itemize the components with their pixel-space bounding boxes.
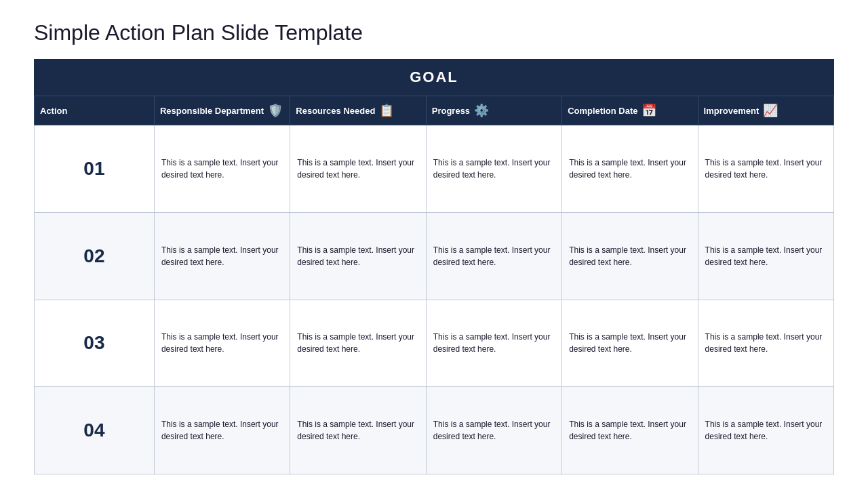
row-1-resources: This is a sample text. Insert your desir…	[290, 125, 426, 213]
row-2-date: This is a sample text. Insert your desir…	[562, 212, 698, 300]
dept-icon: 🛡️	[268, 103, 283, 118]
row-3-resources: This is a sample text. Insert your desir…	[290, 300, 426, 387]
progress-icon: ⚙️	[474, 103, 489, 118]
table-row: 03This is a sample text. Insert your des…	[35, 300, 834, 387]
row-3-improvement: This is a sample text. Insert your desir…	[698, 300, 833, 387]
table-row: 01This is a sample text. Insert your des…	[35, 125, 834, 213]
row-3-date: This is a sample text. Insert your desir…	[562, 300, 698, 387]
col-header-resources: Resources Needed 📋	[290, 96, 426, 125]
date-icon: 📅	[642, 103, 656, 118]
improvement-icon: 📈	[763, 103, 778, 118]
row-2-progress: This is a sample text. Insert your desir…	[426, 212, 561, 300]
slide: Simple Action Plan Slide Template GOAL A…	[0, 0, 868, 488]
action-label: Action	[40, 106, 67, 116]
row-1-progress: This is a sample text. Insert your desir…	[426, 125, 561, 213]
row-1-dept: This is a sample text. Insert your desir…	[154, 125, 290, 213]
row-4-date: This is a sample text. Insert your desir…	[562, 387, 698, 474]
table-row: 04This is a sample text. Insert your des…	[35, 387, 834, 474]
row-4-improvement: This is a sample text. Insert your desir…	[698, 387, 833, 474]
table-wrapper: GOAL Action Responsible Department 🛡️	[34, 59, 834, 474]
action-plan-table: Action Responsible Department 🛡️ Resourc…	[34, 96, 834, 474]
table-header-row: Action Responsible Department 🛡️ Resourc…	[35, 96, 834, 125]
resources-icon: 📋	[379, 103, 394, 118]
resources-label: Resources Needed	[296, 106, 375, 116]
goal-header: GOAL	[34, 59, 834, 96]
row-1-improvement: This is a sample text. Insert your desir…	[698, 125, 833, 213]
improvement-label: Improvement	[704, 106, 760, 116]
row-number-2: 02	[35, 212, 155, 300]
row-4-progress: This is a sample text. Insert your desir…	[426, 387, 561, 474]
col-header-progress: Progress ⚙️	[426, 96, 561, 125]
row-4-resources: This is a sample text. Insert your desir…	[290, 387, 426, 474]
table-body: 01This is a sample text. Insert your des…	[35, 125, 834, 474]
slide-title: Simple Action Plan Slide Template	[34, 20, 834, 45]
row-3-progress: This is a sample text. Insert your desir…	[426, 300, 561, 387]
col-header-action: Action	[35, 96, 155, 125]
row-2-resources: This is a sample text. Insert your desir…	[290, 212, 426, 300]
col-header-date: Completion Date 📅	[562, 96, 698, 125]
row-2-improvement: This is a sample text. Insert your desir…	[698, 212, 833, 300]
row-number-3: 03	[35, 300, 155, 387]
dept-label: Responsible Department	[160, 106, 264, 116]
row-number-4: 04	[35, 387, 155, 474]
date-label: Completion Date	[568, 106, 637, 116]
row-2-dept: This is a sample text. Insert your desir…	[154, 212, 290, 300]
table-row: 02This is a sample text. Insert your des…	[35, 212, 834, 300]
row-4-dept: This is a sample text. Insert your desir…	[154, 387, 290, 474]
row-number-1: 01	[35, 125, 155, 213]
row-1-date: This is a sample text. Insert your desir…	[562, 125, 698, 213]
col-header-dept: Responsible Department 🛡️	[154, 96, 290, 125]
row-3-dept: This is a sample text. Insert your desir…	[154, 300, 290, 387]
col-header-improvement: Improvement 📈	[698, 96, 833, 125]
progress-label: Progress	[432, 106, 470, 116]
